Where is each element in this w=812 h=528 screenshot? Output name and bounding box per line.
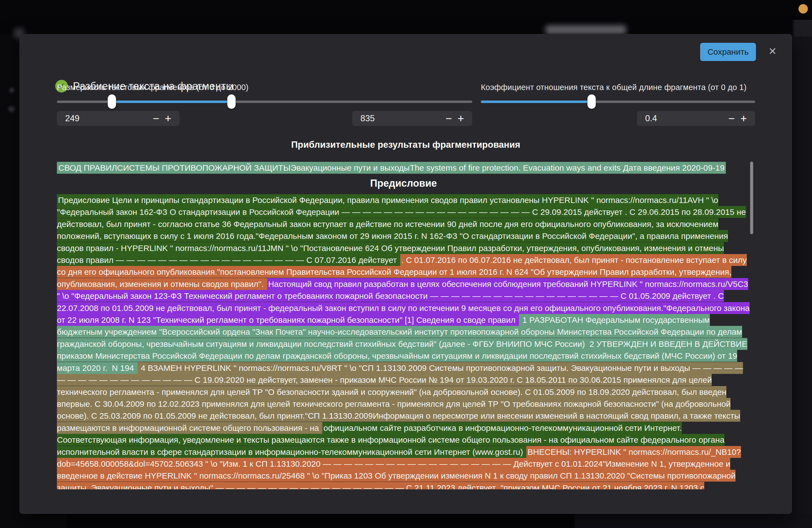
plus-button[interactable]: + bbox=[165, 113, 171, 124]
backdrop-bottom-dark-band bbox=[66, 513, 575, 528]
fragment-size-max-value[interactable]: 835 bbox=[360, 114, 446, 123]
fragment-size-track[interactable] bbox=[57, 101, 472, 103]
save-button[interactable]: Сохранить bbox=[700, 43, 756, 61]
ratio-value[interactable]: 0.4 bbox=[645, 114, 728, 123]
blurred-sidebar-dot bbox=[8, 106, 15, 112]
fragment-size-min-value[interactable]: 249 bbox=[65, 114, 153, 123]
fragment-size-handle-min[interactable] bbox=[108, 94, 116, 109]
blurred-sidebar-dot bbox=[10, 88, 14, 93]
ratio-active-range bbox=[481, 101, 592, 103]
backdrop-top-strip bbox=[0, 0, 812, 34]
fragment-size-max-box[interactable]: 835 − + bbox=[352, 111, 472, 126]
ratio-box[interactable]: 0.4 − + bbox=[637, 111, 755, 126]
close-icon[interactable]: ✕ bbox=[766, 45, 779, 58]
minus-button[interactable]: − bbox=[728, 113, 735, 124]
fragment-size-handle-max[interactable] bbox=[227, 94, 236, 109]
results-panel[interactable]: СВОД ПРАВИЛСИСТЕМЫ ПРОТИВОПОЖАРНОЙ ЗАЩИТ… bbox=[57, 160, 755, 489]
ratio-handle[interactable] bbox=[588, 94, 596, 109]
document-title-line: СВОД ПРАВИЛСИСТЕМЫ ПРОТИВОПОЖАРНОЙ ЗАЩИТ… bbox=[57, 162, 750, 174]
ratio-track[interactable] bbox=[481, 101, 755, 103]
preface-heading: Предисловие bbox=[57, 178, 750, 189]
backdrop-right-panel-block bbox=[794, 20, 812, 36]
results-scrollbar-thumb[interactable] bbox=[750, 162, 753, 234]
ratio-label: Коэффициент отношения текста к общей дли… bbox=[481, 83, 755, 92]
fragments-paragraph: Предисловие Цели и принципы стандартизац… bbox=[57, 194, 750, 489]
title-fragment: СВОД ПРАВИЛСИСТЕМЫ ПРОТИВОПОЖАРНОЙ ЗАЩИТ… bbox=[57, 162, 726, 174]
results-heading: Приблизительные результаты фрагментирова… bbox=[19, 140, 792, 150]
blurred-background-text bbox=[546, 25, 626, 35]
plus-button[interactable]: + bbox=[740, 113, 747, 124]
fragmentation-dialog: ✓ Разбиение текста на фрагменты Сохранит… bbox=[19, 34, 792, 514]
fragment-size-label: Размерность текстовых фрагментов (от 0 д… bbox=[57, 83, 472, 92]
plus-button[interactable]: + bbox=[458, 113, 464, 124]
ratio-slider-group: Коэффициент отношения текста к общей дли… bbox=[481, 83, 755, 92]
minus-button[interactable]: − bbox=[153, 113, 159, 124]
fragment-size-active-range bbox=[112, 101, 231, 103]
fragment-size-min-box[interactable]: 249 − + bbox=[57, 111, 179, 126]
fragment-size-slider-group: Размерность текстовых фрагментов (от 0 д… bbox=[57, 83, 472, 92]
backdrop-bottom-light-band bbox=[575, 513, 812, 528]
recording-indicator-dot bbox=[798, 4, 808, 14]
minus-button[interactable]: − bbox=[446, 113, 452, 124]
results-content: СВОД ПРАВИЛСИСТЕМЫ ПРОТИВОПОЖАРНОЙ ЗАЩИТ… bbox=[57, 160, 750, 489]
backdrop-right-panel bbox=[793, 20, 812, 528]
